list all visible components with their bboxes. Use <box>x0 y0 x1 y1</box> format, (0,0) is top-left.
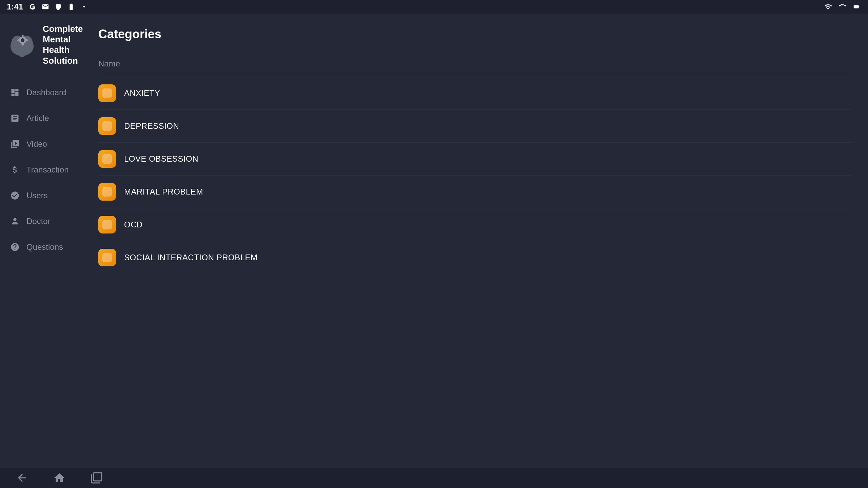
category-name-social-interaction: SOCIAL INTERACTION PROBLEM <box>124 253 258 262</box>
category-icon-inner-depression <box>102 121 112 131</box>
category-icon-inner-social-interaction <box>102 253 112 262</box>
category-row-love-obsession[interactable]: LOVE OBSESSION <box>98 143 851 176</box>
category-row-ocd[interactable]: OCD <box>98 208 851 241</box>
sidebar-item-dashboard[interactable]: Dashboard <box>0 80 81 105</box>
logo-area: Complete Mental Health Solution <box>0 24 81 80</box>
category-name-depression: DEPRESSION <box>124 121 179 131</box>
google-icon <box>28 2 37 12</box>
sidebar-item-questions[interactable]: Questions <box>0 234 81 260</box>
dashboard-label: Dashboard <box>26 88 66 97</box>
questions-icon <box>9 242 20 252</box>
battery-icon <box>66 2 76 12</box>
brain-logo-icon <box>7 29 37 60</box>
category-icon-anxiety <box>98 84 116 102</box>
bottom-bar <box>0 468 868 488</box>
category-icon-ocd <box>98 216 116 233</box>
home-button[interactable] <box>51 469 68 486</box>
category-name-anxiety: ANXIETY <box>124 88 160 98</box>
status-icons: • <box>28 2 89 12</box>
doctor-label: Doctor <box>26 217 51 226</box>
sidebar: Complete Mental Health Solution Dashboar… <box>0 14 81 468</box>
category-row-depression[interactable]: DEPRESSION <box>98 110 851 143</box>
bottom-nav <box>14 469 105 486</box>
category-icon-love-obsession <box>98 150 116 168</box>
users-icon <box>9 190 20 201</box>
video-icon <box>9 139 20 149</box>
category-icon-inner-love-obsession <box>102 154 112 164</box>
signal-icon <box>837 2 847 12</box>
category-icon-depression <box>98 117 116 135</box>
table-header-name-label: Name <box>98 59 120 68</box>
doctor-icon <box>9 216 20 227</box>
status-bar-left: 1:41 • <box>7 2 89 12</box>
battery-status-icon <box>852 2 861 12</box>
sidebar-item-users[interactable]: Users <box>0 183 81 208</box>
mail-icon <box>41 2 50 12</box>
category-list: ANXIETY DEPRESSION LOVE OBSESSION MARITA… <box>98 77 851 274</box>
video-label: Video <box>26 139 47 149</box>
transaction-label: Transaction <box>26 165 69 175</box>
category-icon-inner-anxiety <box>102 88 112 98</box>
category-row-marital-problem[interactable]: MARITAL PROBLEM <box>98 176 851 208</box>
shield-icon <box>54 2 63 12</box>
dashboard-icon <box>9 87 20 98</box>
article-icon <box>9 113 20 124</box>
category-name-love-obsession: LOVE OBSESSION <box>124 154 198 164</box>
category-icon-social-interaction <box>98 249 116 266</box>
status-bar: 1:41 • <box>0 0 868 14</box>
category-name-ocd: OCD <box>124 220 143 229</box>
article-label: Article <box>26 114 49 123</box>
status-bar-right <box>823 2 861 12</box>
category-icon-inner-marital-problem <box>102 187 112 197</box>
users-label: Users <box>26 191 48 200</box>
svg-rect-3 <box>20 53 24 57</box>
app-container: Complete Mental Health Solution Dashboar… <box>0 0 868 488</box>
questions-label: Questions <box>26 242 63 252</box>
logo-text: Complete Mental Health Solution <box>43 24 83 66</box>
main-content: Categories Name ANXIETY DEPRESSION <box>81 14 868 468</box>
transaction-icon <box>9 164 20 175</box>
category-name-marital-problem: MARITAL PROBLEM <box>124 187 203 197</box>
svg-point-5 <box>21 38 24 42</box>
table-header: Name <box>98 54 851 74</box>
recents-button[interactable] <box>88 469 105 486</box>
category-row-social-interaction[interactable]: SOCIAL INTERACTION PROBLEM <box>98 241 851 274</box>
sidebar-item-doctor[interactable]: Doctor <box>0 208 81 234</box>
category-icon-inner-ocd <box>102 220 112 229</box>
wifi-icon <box>823 2 833 12</box>
back-button[interactable] <box>14 469 31 486</box>
sidebar-item-video[interactable]: Video <box>0 131 81 157</box>
category-row-anxiety[interactable]: ANXIETY <box>98 77 851 110</box>
sidebar-item-transaction[interactable]: Transaction <box>0 157 81 183</box>
status-time: 1:41 <box>7 2 23 12</box>
page-title: Categories <box>98 27 851 41</box>
sidebar-item-article[interactable]: Article <box>0 105 81 131</box>
dot-icon: • <box>79 2 89 12</box>
category-icon-marital-problem <box>98 183 116 201</box>
